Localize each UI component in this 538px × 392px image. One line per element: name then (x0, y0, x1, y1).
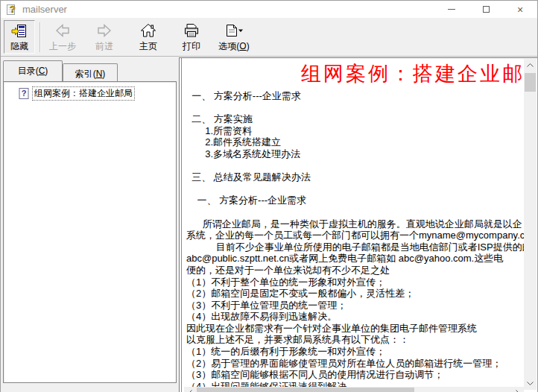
horizontal-scroll-thumb[interactable] (197, 388, 414, 392)
help-file-icon: ? (6, 4, 18, 16)
body-line: 以克服上述不足，并要求邮局系统具有以下优点：： (186, 334, 524, 346)
options-button[interactable]: 选项(O) (212, 20, 256, 54)
body-line (186, 102, 524, 114)
body-line: abc@public.szptt.net.cn或者网上免费电子邮箱如 abc@y… (186, 253, 524, 265)
vertical-scrollbar[interactable] (524, 59, 537, 390)
toolbar: 隐藏 上一步 前进 (1, 18, 537, 57)
body-line (186, 183, 524, 195)
chm-help-viewer-window: ? mailserver × 隐藏 (0, 0, 538, 392)
close-icon: × (517, 4, 523, 15)
scroll-up-button[interactable] (524, 59, 537, 72)
body-line: 1.所需资料 (186, 125, 524, 137)
body-line: 三、 总结及常见题解决办法 (186, 171, 524, 183)
tree-item-label: 组网案例：搭建企业邮局 (33, 87, 134, 100)
body-line: 系统，企业的每一个员工或每一个部门都可以拥有一个myname@mycompany… (186, 230, 524, 241)
tab-index[interactable]: 索引(N) (63, 63, 118, 81)
hide-panel-icon (11, 22, 28, 39)
svg-text:?: ? (10, 4, 15, 15)
hide-button-label: 隐藏 (10, 40, 28, 53)
body-line: （4）出现故障不易得到迅速解决。 (186, 311, 524, 323)
body-line: 因此现在企业都需求有一个针对企事业单位的集团电子邮件管理系统 (186, 323, 524, 335)
body-line: （1）不利于整个单位的统一形象和对外宣传； (186, 276, 524, 288)
vertical-scroll-thumb[interactable] (525, 73, 536, 92)
body-line (186, 206, 524, 218)
scroll-left-button[interactable] (184, 387, 197, 392)
svg-text:?: ? (22, 89, 27, 98)
close-button[interactable]: × (503, 1, 537, 18)
maximize-button[interactable] (469, 1, 503, 18)
tab-index-label: 索引(N) (75, 68, 106, 80)
body-line: 一、 方案分析---企业需求 (186, 90, 524, 102)
minimize-button[interactable] (434, 1, 469, 18)
body-line: （3）邮箱空间能够根据不同人员的使用情况进行自动调节； (186, 369, 524, 381)
home-button-label: 主页 (139, 40, 157, 53)
back-button[interactable]: 上一步 (45, 20, 80, 54)
help-topic-icon: ? (19, 88, 30, 99)
tree-item-topic[interactable]: ? 组网案例：搭建企业邮局 (19, 87, 134, 100)
contents-tree: ? 组网案例：搭建企业邮局 (3, 81, 177, 383)
hide-button[interactable]: 隐藏 (4, 20, 35, 54)
forward-button-label: 前进 (95, 40, 113, 53)
home-icon (140, 22, 156, 39)
home-button[interactable]: 主页 (133, 20, 163, 54)
body-line: 一、 方案分析---企业需求 (186, 195, 524, 206)
body-line: 2.邮件系统搭建立 (186, 136, 524, 148)
options-button-label: 选项(O) (218, 40, 249, 53)
back-button-label: 上一步 (49, 40, 76, 53)
maximize-icon (483, 6, 490, 13)
topic-page: 组网案例：搭建企业邮局 一、 方案分析---企业需求 二、 方案实施 1.所需资… (182, 58, 524, 392)
forward-arrow-icon (96, 22, 113, 39)
toolbar-separator (39, 22, 40, 52)
horizontal-scrollbar[interactable] (184, 387, 524, 392)
chevron-down-icon (527, 382, 534, 385)
tab-contents-label: 目录(C) (18, 65, 48, 78)
body-line (186, 160, 524, 172)
tab-contents[interactable]: 目录(C) (3, 60, 63, 81)
window-title: mailserver (22, 4, 67, 15)
back-arrow-icon (54, 22, 71, 39)
minimize-icon (448, 9, 455, 10)
body-line: 便的，还是对于一个单位来说却有不少不足之处 (186, 265, 524, 276)
print-button[interactable]: 打印 (177, 20, 206, 54)
print-button-label: 打印 (183, 40, 200, 53)
window-controls: × (434, 1, 537, 18)
body-line: 3.多域名系统处理办法 (186, 148, 524, 160)
options-icon (224, 22, 244, 39)
body-line: 二、 方案实施 (186, 113, 524, 125)
printer-icon (183, 22, 200, 39)
body-line: 所谓企业邮局，是一种类似于虚拟主机的服务。直观地说企业邮局就是以企 (186, 218, 524, 230)
body-line: （2）邮箱空间是固定不变或一般都偏小，灵活性差； (186, 288, 524, 300)
body-line: （2）易于管理的界面能够使管理员对所在单位人员的邮箱进行统一管理； (186, 358, 524, 370)
chevron-up-icon (527, 63, 534, 67)
topic-body: 一、 方案分析---企业需求 二、 方案实施 1.所需资料 2.邮件系统搭建立 … (186, 90, 524, 392)
forward-button[interactable]: 前进 (89, 20, 120, 54)
scroll-right-button[interactable] (511, 387, 524, 392)
body-line: （3）不利于单位管理员的统一管理； (186, 300, 524, 312)
titlebar: ? mailserver × (1, 1, 537, 18)
body-line: （1）统一的后缀有利于形象统一和对外宣传； (186, 346, 524, 358)
scroll-down-button[interactable] (524, 377, 537, 390)
body-line: 目前不少企事业单位所使用的电子邮箱都是当地电信部门或者ISP提供的邮 (186, 241, 524, 253)
topic-title: 组网案例：搭建企业邮局 (301, 63, 524, 85)
